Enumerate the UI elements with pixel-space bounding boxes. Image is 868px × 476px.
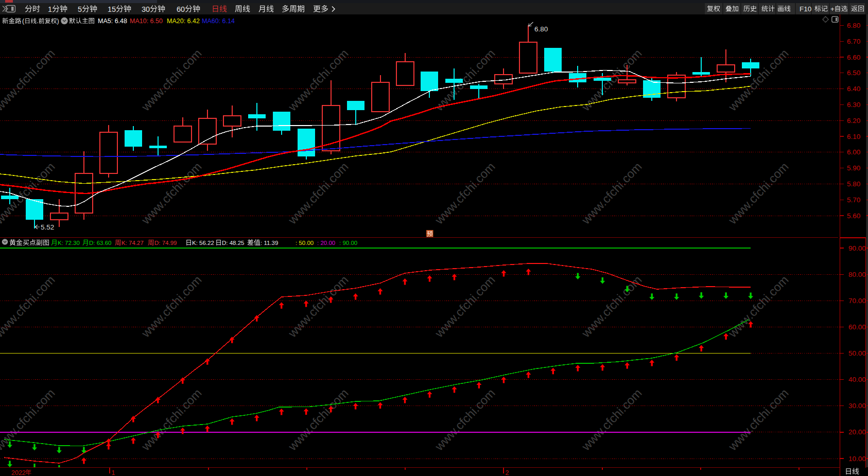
svg-text:90.00: 90.00 — [848, 244, 866, 252]
svg-text:60: 60 — [177, 5, 185, 13]
svg-text:6.80: 6.80 — [847, 22, 860, 29]
svg-text:K: 56.22: K: 56.22 — [192, 240, 214, 246]
svg-text:D: 48.25: D: 48.25 — [222, 240, 244, 246]
svg-text:: 50.00: : 50.00 — [296, 240, 314, 246]
svg-text:60.00: 60.00 — [848, 323, 866, 331]
svg-text:30.00: 30.00 — [848, 402, 866, 410]
svg-text:6.40: 6.40 — [847, 85, 860, 93]
svg-text:D: 63.60: D: 63.60 — [89, 240, 111, 246]
svg-text:6.30: 6.30 — [847, 101, 860, 109]
svg-text:50.00: 50.00 — [848, 349, 866, 357]
svg-text:): ) — [57, 17, 59, 25]
svg-text:K: 74.27: K: 74.27 — [121, 240, 144, 246]
svg-text:F10: F10 — [800, 5, 811, 13]
svg-text:5: 5 — [78, 5, 82, 13]
svg-text:+: + — [830, 5, 835, 13]
svg-text:5.60: 5.60 — [847, 212, 860, 220]
svg-text:30: 30 — [142, 5, 150, 13]
svg-text:: 90.00: : 90.00 — [339, 240, 357, 246]
svg-text:6.70: 6.70 — [847, 38, 860, 45]
svg-text:.: . — [37, 17, 38, 25]
svg-text:1: 1 — [48, 5, 52, 13]
svg-text:6.60: 6.60 — [847, 54, 860, 61]
svg-text:MA5: 6.48: MA5: 6.48 — [98, 17, 127, 25]
svg-text:MA10: 6.50: MA10: 6.50 — [130, 17, 163, 25]
svg-text:: 11.39: : 11.39 — [261, 240, 278, 246]
svg-text:6.00: 6.00 — [847, 148, 860, 156]
svg-text:5.52: 5.52 — [41, 223, 54, 231]
svg-text:5.80: 5.80 — [847, 180, 860, 188]
svg-text:MA20: 6.42: MA20: 6.42 — [167, 17, 200, 25]
svg-text:20.00: 20.00 — [848, 428, 866, 436]
svg-text:2: 2 — [506, 469, 509, 476]
svg-text:6.50: 6.50 — [847, 69, 860, 77]
svg-text:5.90: 5.90 — [847, 164, 860, 172]
svg-text:: 20.00: : 20.00 — [317, 240, 335, 246]
svg-text:6.20: 6.20 — [847, 117, 860, 125]
svg-text:70.00: 70.00 — [848, 297, 866, 305]
svg-text:80.00: 80.00 — [848, 271, 866, 278]
svg-text:2022: 2022 — [11, 469, 26, 476]
svg-text:1: 1 — [112, 469, 115, 476]
svg-text:40.00: 40.00 — [848, 376, 866, 383]
svg-text:15: 15 — [108, 5, 116, 13]
svg-text:K: 72.30: K: 72.30 — [58, 240, 80, 246]
svg-text:10.00: 10.00 — [848, 455, 866, 463]
svg-text:D: 74.99: D: 74.99 — [154, 240, 177, 246]
svg-text:6.10: 6.10 — [847, 133, 860, 140]
svg-text:6.80: 6.80 — [534, 25, 548, 33]
svg-text:5.70: 5.70 — [847, 196, 860, 204]
svg-text:MA60: 6.14: MA60: 6.14 — [202, 17, 235, 25]
